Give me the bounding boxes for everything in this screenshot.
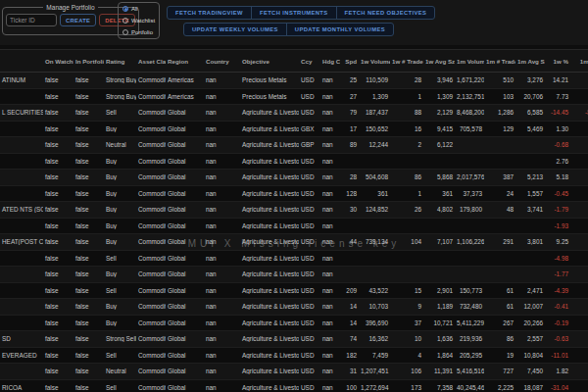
cell-m_trades[interactable]: 86 xyxy=(484,335,515,342)
cell-asset_class[interactable]: Commodity xyxy=(136,206,166,213)
cell-hdg_ccy[interactable]: nan xyxy=(320,335,340,342)
button-fetch-instruments[interactable]: FETCH INSTRUMENTS xyxy=(251,7,336,19)
cell-w_pct[interactable]: 7.73 xyxy=(545,93,570,100)
cell-w_avg[interactable]: 4,802 xyxy=(423,206,455,213)
cell-m_volume[interactable]: 732,480 xyxy=(455,303,484,310)
cell-on_watchlist[interactable]: false xyxy=(43,173,74,180)
cell-hdg_ccy[interactable]: nan xyxy=(320,384,340,391)
cell-m_pct[interactable]: -0 xyxy=(570,319,588,326)
cell-country[interactable]: nan xyxy=(204,190,240,197)
cell-w_volume[interactable]: 16,362 xyxy=(359,335,390,342)
cell-name[interactable]: L SECURITIES xyxy=(0,109,43,116)
cell-m_pct[interactable]: -0 xyxy=(570,335,588,342)
cell-name[interactable]: ATED NTS (SOYBEA... xyxy=(0,206,43,213)
cell-w_avg[interactable]: 7,107 xyxy=(423,238,455,245)
table-row[interactable]: falsefalseNeutralCommodityGlobalnanAgric… xyxy=(0,137,588,154)
cell-asset_class[interactable]: Commodity xyxy=(136,190,166,197)
cell-objective[interactable]: Agriculture & Livestock xyxy=(240,238,299,245)
cell-ccy[interactable]: USD xyxy=(299,76,320,83)
cell-country[interactable]: nan xyxy=(204,270,240,277)
cell-objective[interactable]: Agriculture & Livestock xyxy=(240,270,299,277)
cell-in_portfolio[interactable]: false xyxy=(74,319,104,326)
cell-m_volume[interactable]: 40,245,468 xyxy=(455,384,484,391)
cell-rating[interactable]: Sell xyxy=(104,109,136,116)
cell-region[interactable]: Global xyxy=(166,384,204,391)
cell-in_portfolio[interactable]: false xyxy=(74,190,104,197)
cell-region[interactable]: Global xyxy=(166,206,204,213)
cell-m_volume[interactable]: 179,800 xyxy=(455,206,484,213)
cell-region[interactable]: Global xyxy=(166,125,204,132)
cell-region[interactable]: Global xyxy=(166,270,204,277)
table-row[interactable]: falsefalseSellCommodityGlobalnanAgricult… xyxy=(0,251,588,268)
cell-name[interactable]: EVERAGED xyxy=(0,352,43,359)
cell-rating[interactable]: Sell xyxy=(104,287,136,294)
cell-in_portfolio[interactable]: false xyxy=(74,255,104,262)
cell-ccy[interactable]: USD xyxy=(299,368,320,374)
cell-ccy[interactable]: USD xyxy=(299,206,320,213)
cell-m_volume[interactable]: 5,411,229 xyxy=(455,319,484,326)
cell-in_portfolio[interactable]: false xyxy=(74,109,104,116)
cell-spd[interactable]: 28 xyxy=(340,173,359,180)
cell-objective[interactable]: Agriculture & Livestock xyxy=(240,173,299,180)
cell-name[interactable]: ATINUM xyxy=(0,76,43,83)
cell-in_portfolio[interactable]: false xyxy=(74,287,104,294)
cell-on_watchlist[interactable]: false xyxy=(43,303,74,310)
cell-rating[interactable]: Buy xyxy=(104,270,136,277)
cell-m_avg[interactable]: 5,469 xyxy=(515,125,545,132)
cell-hdg_ccy[interactable]: nan xyxy=(320,368,340,374)
table-row[interactable]: falsefalseBuyCommodityGlobalnanAgricultu… xyxy=(0,186,588,203)
cell-w_volume[interactable]: 187,437 xyxy=(359,109,390,116)
cell-in_portfolio[interactable]: false xyxy=(74,270,104,277)
cell-country[interactable]: nan xyxy=(204,384,240,391)
cell-spd[interactable]: 14 xyxy=(340,303,359,310)
table-row[interactable]: falsefalseNeutralCommodityGlobalnanAgric… xyxy=(0,364,588,380)
cell-ccy[interactable]: USD xyxy=(299,319,320,326)
cell-asset_class[interactable]: Commodity xyxy=(136,335,166,342)
table-row[interactable]: falsefalseBuyCommodityGlobalnanAgricultu… xyxy=(0,299,588,316)
cell-objective[interactable]: Agriculture & Livestock xyxy=(240,222,299,229)
cell-w_trades[interactable]: 173 xyxy=(390,384,423,391)
cell-m_avg[interactable]: 20,706 xyxy=(515,93,545,100)
cell-hdg_ccy[interactable]: nan xyxy=(320,125,340,132)
cell-rating[interactable]: Buy xyxy=(104,206,136,213)
cell-rating[interactable]: Buy xyxy=(104,190,136,197)
cell-w_avg[interactable]: 2,129 xyxy=(423,109,455,116)
cell-m_avg[interactable]: 20,266 xyxy=(515,319,545,326)
cell-rating[interactable]: Sell xyxy=(104,352,136,359)
cell-region[interactable]: Global xyxy=(166,222,204,229)
header-cell-objective[interactable]: Objective xyxy=(240,58,299,65)
header-cell-country[interactable]: Country xyxy=(204,58,240,65)
cell-w_pct[interactable]: -31.04 xyxy=(545,384,570,391)
cell-objective[interactable]: Agriculture & Livestock xyxy=(240,158,299,165)
cell-in_portfolio[interactable]: false xyxy=(74,303,104,310)
cell-country[interactable]: nan xyxy=(204,222,240,229)
cell-hdg_ccy[interactable]: nan xyxy=(320,141,340,148)
create-button[interactable]: CREATE xyxy=(60,14,96,26)
filter-radio-watchlist[interactable]: Watchlist xyxy=(122,18,155,24)
filter-radio-portfolio[interactable]: Portfolio xyxy=(122,29,155,35)
cell-w_trades[interactable]: 2 xyxy=(390,141,423,148)
cell-w_volume[interactable]: 1,309 xyxy=(359,93,390,100)
cell-spd[interactable]: 89 xyxy=(340,141,359,148)
cell-m_trades[interactable]: 24 xyxy=(484,190,515,197)
cell-rating[interactable]: Neutral xyxy=(104,141,136,148)
cell-m_trades[interactable]: 267 xyxy=(484,319,515,326)
table-row[interactable]: falsefalseBuyCommodityGlobalnanAgricultu… xyxy=(0,219,588,235)
cell-country[interactable]: nan xyxy=(204,158,240,165)
cell-m_pct[interactable]: 2 xyxy=(570,173,588,180)
cell-on_watchlist[interactable]: false xyxy=(43,93,74,100)
cell-w_trades[interactable]: 15 xyxy=(390,287,423,294)
cell-on_watchlist[interactable]: false xyxy=(43,319,74,326)
header-cell-asset_class[interactable]: Asset Class xyxy=(136,58,166,65)
cell-in_portfolio[interactable]: false xyxy=(74,238,104,245)
cell-objective[interactable]: Agriculture & Livestock xyxy=(240,384,299,391)
cell-country[interactable]: nan xyxy=(204,109,240,116)
cell-m_volume[interactable]: 150,773 xyxy=(455,287,484,294)
cell-m_volume[interactable]: 1,106,226 xyxy=(455,238,484,245)
cell-objective[interactable]: Agriculture & Livestock xyxy=(240,206,299,213)
cell-w_pct[interactable]: -14.45 xyxy=(545,109,570,116)
cell-region[interactable]: Global xyxy=(166,238,204,245)
cell-asset_class[interactable]: Commodity xyxy=(136,255,166,262)
cell-asset_class[interactable]: Commodity xyxy=(136,76,166,83)
cell-m_avg[interactable]: 3,801 xyxy=(515,238,545,245)
